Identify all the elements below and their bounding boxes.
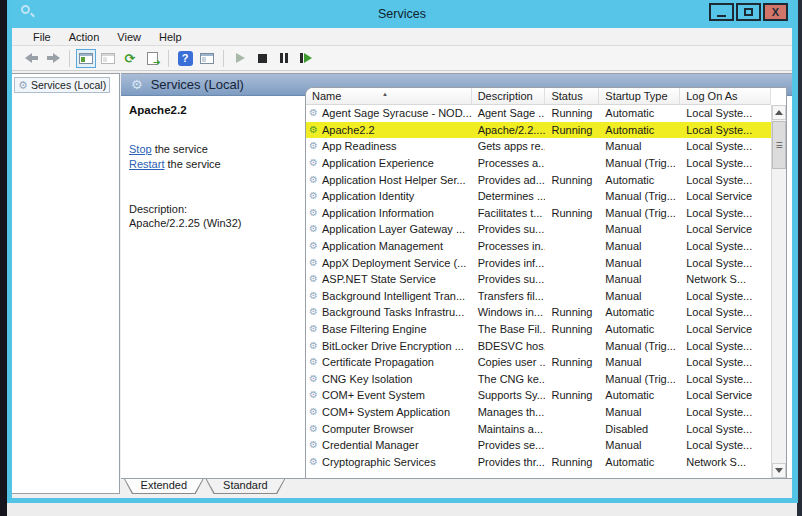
title-bar[interactable]: Services X xyxy=(12,0,792,28)
service-gear-icon: ⚙ xyxy=(309,324,318,334)
tab-extended[interactable]: Extended xyxy=(124,479,204,494)
stop-link-suffix: the service xyxy=(152,143,208,155)
service-row[interactable]: ⚙Credential Manager Provides se... Manua… xyxy=(306,437,771,454)
column-header-status[interactable]: Status xyxy=(545,88,599,104)
column-header-description[interactable]: Description xyxy=(472,88,546,104)
service-gear-icon: ⚙ xyxy=(309,208,318,218)
vertical-scrollbar[interactable]: ☰ xyxy=(771,105,786,478)
column-header-log-on-as[interactable]: Log On As xyxy=(680,88,771,104)
menu-item-view[interactable]: View xyxy=(108,31,150,43)
list-body: ⚙Agent Sage Syracuse - NOD... Agent Sage… xyxy=(306,105,771,478)
service-gear-icon: ⚙ xyxy=(309,191,318,201)
service-row[interactable]: ⚙Computer Browser Maintains a... Disable… xyxy=(306,420,771,437)
service-row[interactable]: ⚙Application Experience Processes a... M… xyxy=(306,155,771,172)
services-app-icon xyxy=(20,4,36,20)
service-gear-icon: ⚙ xyxy=(309,274,318,284)
service-gear-icon: ⚙ xyxy=(309,241,318,251)
refresh-icon: ⟳ xyxy=(125,52,136,65)
stop-service-link[interactable]: Stop xyxy=(129,143,152,155)
tab-standard[interactable]: Standard xyxy=(206,479,286,494)
description-label: Description: xyxy=(129,203,305,215)
stop-service-button[interactable] xyxy=(252,49,272,68)
export-list-icon xyxy=(147,52,158,65)
minimize-icon xyxy=(717,15,726,17)
service-row[interactable]: ⚙BitLocker Drive Encryption ... BDESVC h… xyxy=(306,337,771,354)
service-gear-icon: ⚙ xyxy=(309,158,318,168)
service-gear-icon: ⚙ xyxy=(309,258,318,268)
service-row[interactable]: ⚙Cryptographic Services Provides thr... … xyxy=(306,453,771,470)
scrollbar-grip-icon: ☰ xyxy=(775,141,782,150)
properties-icon xyxy=(101,53,115,64)
service-row[interactable]: ⚙Application Layer Gateway ... Provides … xyxy=(306,221,771,238)
start-service-button[interactable] xyxy=(230,49,250,68)
forward-button[interactable] xyxy=(43,49,63,68)
help-icon: ? xyxy=(178,51,193,66)
pause-service-button[interactable] xyxy=(274,49,294,68)
column-header-name[interactable]: Name▲ xyxy=(306,88,472,104)
service-row[interactable]: ⚙Base Filtering Engine The Base Fil... R… xyxy=(306,321,771,338)
sort-ascending-icon: ▲ xyxy=(382,91,388,97)
service-row[interactable]: ⚙Application Management Processes in... … xyxy=(306,238,771,255)
service-row[interactable]: ⚙Apache2.2 Apache/2.2.... Running Automa… xyxy=(306,122,771,139)
maximize-button[interactable] xyxy=(736,3,761,21)
properties-button[interactable] xyxy=(98,49,118,68)
service-row[interactable]: ⚙ASP.NET State Service Provides su... Ma… xyxy=(306,271,771,288)
service-gear-icon: ⚙ xyxy=(309,407,318,417)
scroll-down-icon xyxy=(775,468,783,473)
pane-header-title: Services (Local) xyxy=(151,77,244,92)
toolbar-separator xyxy=(168,50,169,67)
menu-item-file[interactable]: File xyxy=(24,31,60,43)
column-header-startup-type[interactable]: Startup Type xyxy=(599,88,680,104)
refresh-button[interactable]: ⟳ xyxy=(120,49,140,68)
selected-service-name: Apache2.2 xyxy=(129,104,305,116)
minimize-button[interactable] xyxy=(709,3,734,21)
view-tabs-strip: ExtendedStandard xyxy=(121,478,792,494)
show-console-tree-button[interactable] xyxy=(76,49,96,68)
service-gear-icon: ⚙ xyxy=(309,341,318,351)
toolbar-separator xyxy=(69,50,70,67)
service-row[interactable]: ⚙Certificate Propagation Copies user ...… xyxy=(306,354,771,371)
gear-icon: ⚙ xyxy=(18,80,28,91)
console-tree-panel: ⚙ Services (Local) xyxy=(12,73,120,494)
service-row[interactable]: ⚙AppX Deployment Service (... Provides i… xyxy=(306,254,771,271)
forward-arrow-icon xyxy=(47,53,60,63)
close-button[interactable]: X xyxy=(763,3,788,21)
services-list: Name▲DescriptionStatusStartup TypeLog On… xyxy=(305,87,787,479)
service-row[interactable]: ⚙COM+ System Application Manages th... M… xyxy=(306,404,771,421)
help-button[interactable]: ? xyxy=(175,49,195,68)
back-arrow-icon xyxy=(25,53,38,63)
stop-service-icon xyxy=(258,54,267,63)
service-row[interactable]: ⚙Agent Sage Syracuse - NOD... Agent Sage… xyxy=(306,105,771,122)
service-gear-icon: ⚙ xyxy=(309,175,318,185)
start-service-icon xyxy=(236,53,245,63)
scrollbar-thumb[interactable]: ☰ xyxy=(772,121,786,169)
back-button[interactable] xyxy=(21,49,41,68)
service-row[interactable]: ⚙Application Identity Determines ... Man… xyxy=(306,188,771,205)
scroll-up-button[interactable] xyxy=(772,105,786,120)
menu-item-action[interactable]: Action xyxy=(60,31,109,43)
tree-item-services-local[interactable]: ⚙ Services (Local) xyxy=(14,77,110,93)
export-list-button[interactable] xyxy=(142,49,162,68)
service-row[interactable]: ⚙COM+ Event System Supports Sy... Runnin… xyxy=(306,387,771,404)
service-row[interactable]: ⚙Application Information Facilitates t..… xyxy=(306,205,771,222)
service-row[interactable]: ⚙Application Host Helper Ser... Provides… xyxy=(306,171,771,188)
service-gear-icon: ⚙ xyxy=(309,390,318,400)
service-gear-icon: ⚙ xyxy=(309,424,318,434)
services-pane: ⚙ Services (Local) Apache2.2 Stop the se… xyxy=(121,73,792,494)
tree-item-label: Services (Local) xyxy=(31,79,106,91)
restart-service-link[interactable]: Restart xyxy=(129,158,164,170)
service-row[interactable]: ⚙Background Intelligent Tran... Transfer… xyxy=(306,288,771,305)
main-area: ⚙ Services (Local) ⚙ Services (Local) Ap… xyxy=(12,71,792,498)
restart-service-button[interactable] xyxy=(296,49,316,68)
show-extended-view-button[interactable] xyxy=(197,49,217,68)
service-row[interactable]: ⚙App Readiness Gets apps re... Manual Lo… xyxy=(306,138,771,155)
close-icon: X xyxy=(772,7,779,18)
service-gear-icon: ⚙ xyxy=(309,291,318,301)
service-action-links: Stop the service Restart the service xyxy=(129,142,305,172)
service-row[interactable]: ⚙Background Tasks Infrastru... Windows i… xyxy=(306,304,771,321)
scroll-down-button[interactable] xyxy=(772,463,786,478)
maximize-icon xyxy=(744,8,753,16)
service-row[interactable]: ⚙CNG Key Isolation The CNG ke... Manual … xyxy=(306,371,771,388)
window-icon xyxy=(200,53,214,64)
menu-item-help[interactable]: Help xyxy=(150,31,191,43)
